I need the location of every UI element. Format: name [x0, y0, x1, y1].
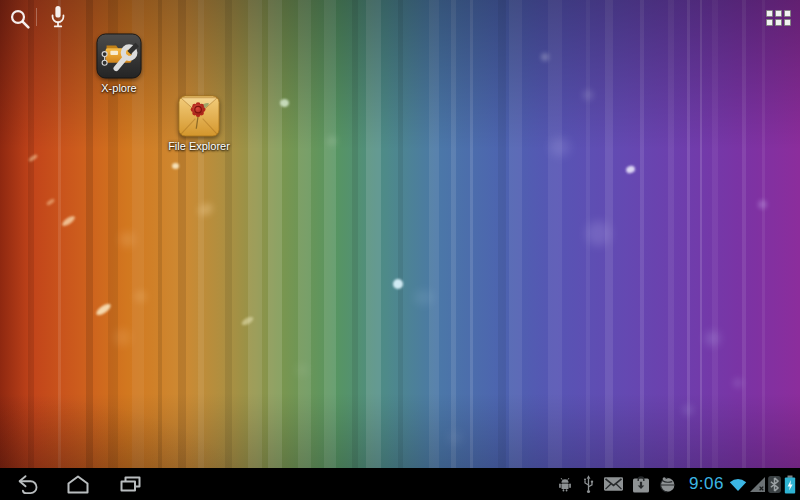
- search-button[interactable]: [6, 5, 34, 33]
- topbar-divider: [36, 8, 37, 26]
- all-apps-button[interactable]: [762, 6, 794, 30]
- status-tray[interactable]: 9:06: [557, 468, 800, 500]
- apps-grid-icon: [766, 10, 791, 26]
- xplore-app-icon: [96, 33, 142, 79]
- usb-storage-download-icon[interactable]: [633, 476, 649, 493]
- recent-apps-button[interactable]: [116, 472, 143, 496]
- email-notification-icon[interactable]: [604, 477, 623, 491]
- shortcut-xplore[interactable]: X-plore: [77, 33, 161, 94]
- bluetooth-icon[interactable]: [768, 476, 781, 493]
- notification-icons: [557, 475, 676, 494]
- clock[interactable]: 9:06: [689, 468, 724, 500]
- shortcut-file-explorer[interactable]: File Explorer: [157, 95, 241, 152]
- home-button[interactable]: [64, 472, 91, 496]
- shortcut-label: X-plore: [101, 82, 136, 94]
- usb-connected-icon[interactable]: [583, 475, 594, 494]
- globe-notification-icon[interactable]: [659, 476, 676, 493]
- search-icon: [9, 8, 31, 30]
- wifi-icon[interactable]: [729, 477, 747, 492]
- cell-signal-icon[interactable]: [750, 477, 765, 492]
- android-home-screen: X-plore: [0, 0, 800, 500]
- usb-debugging-icon[interactable]: [557, 476, 573, 493]
- status-indicators: [729, 475, 800, 494]
- microphone-icon: [50, 5, 66, 29]
- recents-icon: [117, 473, 143, 495]
- voice-search-button[interactable]: [46, 3, 70, 31]
- home-icon: [65, 473, 91, 495]
- system-bar: 9:06: [0, 468, 800, 500]
- shortcut-label: File Explorer: [168, 140, 230, 152]
- back-button[interactable]: [12, 472, 39, 496]
- back-icon: [13, 473, 39, 495]
- battery-charging-icon[interactable]: [784, 475, 796, 494]
- nav-buttons: [0, 472, 143, 496]
- file-explorer-app-icon: [178, 95, 220, 137]
